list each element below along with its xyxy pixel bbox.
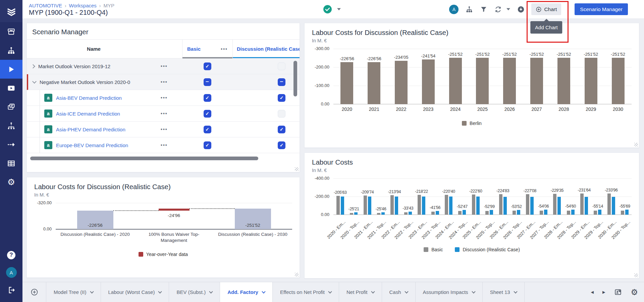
resize-grip[interactable] xyxy=(295,167,299,171)
bar-2023-em-basic[interactable] xyxy=(418,195,421,215)
scenario-name[interactable]: Asia-PHEV Demand Prediction xyxy=(56,127,125,132)
sidebar-item-table[interactable] xyxy=(0,154,22,173)
sidebar-item-video[interactable] xyxy=(0,79,22,97)
vertical-scrollbar[interactable] xyxy=(293,61,297,96)
bar-2025-em-basic[interactable] xyxy=(472,195,475,215)
filter-icon[interactable] xyxy=(480,5,487,13)
tab-sheet-13[interactable]: Sheet 13 xyxy=(482,282,525,302)
bar-2029-top-discussion-realistic-case[interactable] xyxy=(598,210,601,215)
sidebar-item-flow-arrow[interactable] xyxy=(0,135,22,154)
bar-2028[interactable] xyxy=(557,58,570,104)
discussion-column-link[interactable]: Discussion (Realistic Case) xyxy=(237,46,300,52)
row-menu-button[interactable]: ••• xyxy=(161,127,182,132)
resize-grip[interactable] xyxy=(634,143,638,146)
bar-2022-em-discussion-realistic-case[interactable] xyxy=(395,197,398,215)
bar-2021-top-discussion-realistic-case[interactable] xyxy=(381,212,385,215)
bar-2021[interactable] xyxy=(368,62,380,104)
bar-2027-top-discussion-realistic-case[interactable] xyxy=(544,210,547,215)
bar-100-bonus-waiver-top-management[interactable] xyxy=(159,209,190,211)
bar-2021-em-discussion-realistic-case[interactable] xyxy=(368,197,371,215)
resize-grip[interactable] xyxy=(634,273,638,277)
bar-2026-em-basic[interactable] xyxy=(499,194,502,215)
scenario-name[interactable]: Asia-ICE Demand Prediction xyxy=(56,111,120,117)
bar-2027-em-discussion-realistic-case[interactable] xyxy=(530,197,534,215)
bar-2030-top-discussion-realistic-case[interactable] xyxy=(625,210,629,215)
breadcrumb-item-automotive[interactable]: AUTOMOTIVE xyxy=(29,3,62,8)
row-menu-button[interactable]: ••• xyxy=(161,95,182,100)
row-menu-button[interactable]: ••• xyxy=(161,63,182,69)
bar-2029[interactable] xyxy=(585,58,597,104)
scenario-name[interactable]: Europe-BEV Demand Prediction xyxy=(56,142,128,148)
breadcrumb-item-workspaces[interactable]: Workspaces xyxy=(69,3,97,8)
tab-add-factory[interactable]: Add. Factory xyxy=(220,282,272,302)
scenario-name[interactable]: Asia-BEV Demand Prediction xyxy=(56,95,122,101)
sidebar-item-play[interactable] xyxy=(0,60,22,79)
sidebar-item-slides[interactable] xyxy=(0,97,22,116)
sidebar-item-gear[interactable]: ⚙ xyxy=(0,173,22,191)
bar-2024[interactable] xyxy=(449,58,462,104)
bar-2020-em-basic[interactable] xyxy=(336,196,340,215)
sidebar-item-help[interactable]: ? xyxy=(0,246,22,264)
tab-bev-subst[interactable]: BEV (Subst.) xyxy=(169,282,220,302)
column-menu-button[interactable]: ••• xyxy=(221,46,228,52)
basic-checkbox-checked[interactable]: ✓ xyxy=(204,126,211,133)
breadcrumb-item-myp[interactable]: MYP xyxy=(104,3,115,8)
bar-2025-top-basic[interactable] xyxy=(485,211,489,215)
collapse-icon[interactable] xyxy=(32,79,37,84)
column-header-name[interactable]: Name xyxy=(27,40,161,58)
bar-2027[interactable] xyxy=(530,58,543,104)
sidebar-item-network[interactable] xyxy=(0,116,22,135)
bar-2023-top-discussion-realistic-case[interactable] xyxy=(436,211,439,215)
tabs-scroll-left-button[interactable]: ◂ xyxy=(591,289,594,296)
tab-cash[interactable]: Cash xyxy=(382,282,415,302)
chevron-down-icon[interactable] xyxy=(337,8,341,10)
bar-2026-top-discussion-realistic-case[interactable] xyxy=(517,210,520,215)
discussion-checkbox-checked[interactable]: ✓ xyxy=(278,141,285,149)
bar-2022-em-basic[interactable] xyxy=(390,195,394,215)
basic-checkbox-checked[interactable]: ✓ xyxy=(204,94,211,102)
bar-2021-top-basic[interactable] xyxy=(377,213,380,215)
bar-2020-top-basic[interactable] xyxy=(350,213,353,215)
bar-2030-top-basic[interactable] xyxy=(621,211,624,215)
bar-2024-em-basic[interactable] xyxy=(445,195,448,215)
app-logo[interactable] xyxy=(0,0,22,22)
bar-2023-top-basic[interactable] xyxy=(431,212,435,215)
user-tray-icon[interactable] xyxy=(614,288,622,296)
basic-column-link[interactable]: Basic xyxy=(187,46,201,52)
bar-2024-top-basic[interactable] xyxy=(458,211,462,215)
row-menu-button[interactable]: ••• xyxy=(161,79,182,85)
basic-checkbox-checked[interactable]: ✓ xyxy=(204,110,211,118)
bar-2029-em-basic[interactable] xyxy=(580,193,584,215)
bar-2030[interactable] xyxy=(612,58,625,104)
bar-2022[interactable] xyxy=(395,61,408,104)
bar-2027-em-basic[interactable] xyxy=(526,194,529,215)
add-chart-button[interactable]: Chart xyxy=(531,3,561,15)
basic-checkbox-checked[interactable]: ✓ xyxy=(204,62,211,70)
tab-model-tree-ii[interactable]: Model Tree (II) xyxy=(46,282,101,302)
bar-2020-top-discussion-realistic-case[interactable] xyxy=(354,212,358,215)
discussion-checkbox-checked[interactable]: ✓ xyxy=(278,126,285,133)
tab-labour-worst-case[interactable]: Labour (Worst Case) xyxy=(101,282,169,302)
sidebar-item-sitemap[interactable] xyxy=(0,41,22,60)
discussion-checkbox-unchecked[interactable] xyxy=(278,62,285,70)
discussion-checkbox-unchecked[interactable] xyxy=(278,110,285,118)
tab-effects-on-net-profit[interactable]: Effects on Net Profit xyxy=(272,282,339,302)
bar-2028-em-discussion-realistic-case[interactable] xyxy=(557,197,561,215)
bar-2026-top-basic[interactable] xyxy=(513,211,516,215)
bar-2029-top-basic[interactable] xyxy=(594,211,597,215)
bar-2024-top-discussion-realistic-case[interactable] xyxy=(463,210,466,215)
tabs-scroll-right-button[interactable]: ▸ xyxy=(602,289,605,296)
bar-2030-em-basic[interactable] xyxy=(607,193,611,215)
add-sheet-button[interactable] xyxy=(22,282,46,302)
bar-2025-em-discussion-realistic-case[interactable] xyxy=(476,197,480,215)
basic-checkbox-mixed[interactable]: − xyxy=(204,78,211,86)
sidebar-item-archive[interactable] xyxy=(0,22,22,41)
resize-grip[interactable] xyxy=(295,273,299,276)
bar-2026-em-discussion-realistic-case[interactable] xyxy=(503,197,507,215)
bar-2029-em-discussion-realistic-case[interactable] xyxy=(585,197,588,215)
row-menu-button[interactable]: ••• xyxy=(161,142,182,148)
bar-2021-em-basic[interactable] xyxy=(364,196,367,215)
refresh-icon[interactable] xyxy=(494,5,502,13)
basic-checkbox-checked[interactable]: ✓ xyxy=(204,141,211,149)
history-icon[interactable] xyxy=(517,5,525,13)
